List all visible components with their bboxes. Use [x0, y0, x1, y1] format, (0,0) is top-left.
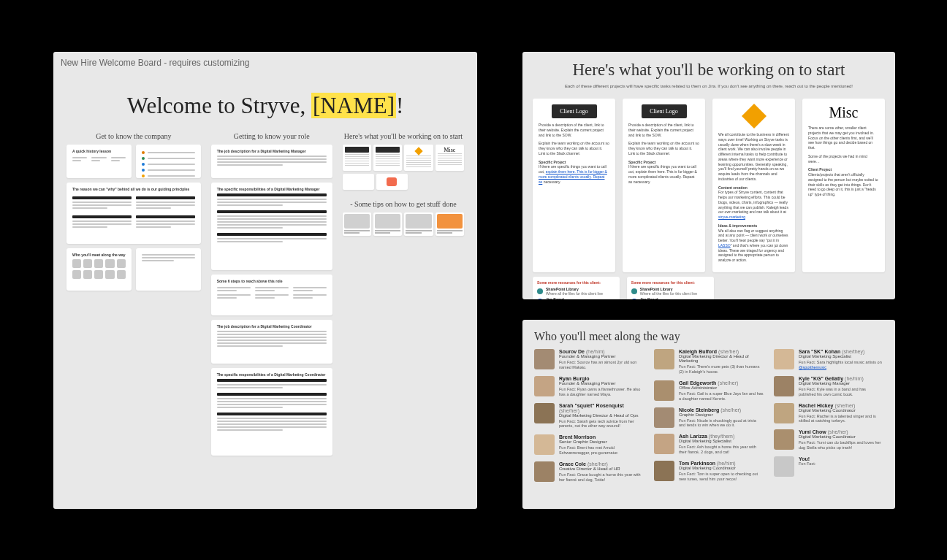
client-card-1[interactable]: Client Logo Provide a description of the… — [533, 99, 615, 272]
person-fact: Fun Fact: — [799, 461, 883, 467]
person-card[interactable]: You!Fun Fact: — [774, 456, 883, 477]
person-card[interactable]: Brent MorrisonSenior Graphic DesignerFun… — [534, 434, 644, 456]
avatar — [534, 461, 555, 482]
proj-thumb-misc[interactable]: Misc — [436, 145, 464, 171]
welcome-heading: Welcome to Stryve, [NAME]! — [53, 93, 477, 119]
person-title: Digital Marketing Manager — [799, 381, 883, 386]
tip-card-2[interactable] — [373, 212, 402, 236]
team-columns: Sourov De (he/him)Founder & Managing Par… — [522, 349, 895, 483]
proj-thumb-1[interactable] — [343, 145, 371, 171]
board-title: New Hire Welcome Board - requires custom… — [53, 52, 477, 74]
person-title: Digital Marketing Coordinator — [799, 408, 883, 413]
person-card[interactable]: Tom Parkinson (he/him)Digital Marketing … — [654, 461, 764, 482]
person-fact: Fun Fact: Gail is a super Blue Jays fan … — [679, 391, 764, 402]
working-on-panel[interactable]: Here's what you'll be working on to star… — [522, 52, 895, 299]
person-card[interactable]: Nicole Steinberg (she/her)Graphic Design… — [654, 407, 764, 429]
person-card[interactable]: Sarah "squiet" Rosenquist (she/her)Digit… — [534, 403, 644, 429]
team-heading: Who you'll meet along the way — [522, 320, 895, 349]
avatar — [534, 403, 555, 423]
person-name: Ryan Burgio — [559, 376, 644, 381]
avatar — [774, 376, 794, 396]
misc-card[interactable]: Misc There are some other, smaller clien… — [802, 99, 885, 272]
person-card[interactable]: Sara "SK" Kohan (she/they)Digital Market… — [774, 349, 883, 370]
person-name: Brent Morrison — [559, 434, 644, 440]
person-title: Founder & Managing Partner — [559, 381, 644, 386]
proj-thumb-2[interactable] — [373, 145, 402, 171]
avatar — [654, 434, 674, 454]
role-card-1[interactable]: The job description for a Digital Market… — [211, 145, 332, 178]
person-title: Digital Marketing Specialist — [679, 439, 764, 443]
stryve-p2: Content creationFor types of Stryve cont… — [718, 185, 789, 220]
c2-p1: Provide a description of the client, lin… — [628, 123, 699, 137]
jira-icon — [537, 299, 543, 299]
person-fact: Fun Fact: Sourov has an almost 2yr old s… — [559, 360, 644, 370]
role-card-3[interactable]: Some 6 steps to reach above this role — [211, 275, 332, 315]
proj-thumb-stryve[interactable] — [404, 145, 433, 171]
person-card[interactable]: Yumi Chow (she/her)Digital Marketing Coo… — [774, 429, 883, 450]
company-card-3a[interactable]: Who you'll meet along the way — [66, 248, 132, 291]
team-col-2: Kaleigh Bulford (she/her)Digital Marketi… — [654, 349, 764, 483]
person-card[interactable]: Rachel Hickey (she/her)Digital Marketing… — [774, 403, 883, 424]
person-fact: Fun Fact: Brent has met Arnold Schwarzen… — [559, 445, 644, 456]
person-card[interactable]: Ash Larizza (they/them)Digital Marketing… — [654, 434, 764, 455]
client-col-2: Client Logo Provide a description of the… — [623, 99, 705, 272]
team-panel[interactable]: Who you'll meet along the way Sourov De … — [522, 320, 895, 509]
tips-row — [343, 212, 464, 236]
client-card-2[interactable]: Client Logo Provide a description of the… — [623, 99, 705, 272]
working-column: Here's what you'll be working on to star… — [343, 132, 464, 460]
tip-card-4[interactable] — [436, 212, 464, 236]
role-card-5[interactable]: The specific responsibilities of a Digit… — [211, 368, 332, 456]
person-fact: Fun Fact: Sara highlights local music ar… — [799, 360, 883, 370]
avatar — [534, 376, 555, 396]
person-fact: Fun Fact: Tom is super open to checking … — [679, 472, 764, 482]
avatar — [774, 403, 794, 423]
person-fact: Fun Fact: Yumi can do backflips and love… — [799, 440, 883, 450]
person-name: Tom Parkinson (he/him) — [679, 461, 764, 466]
tip-card-3[interactable] — [404, 212, 433, 236]
company-card-2[interactable]: The reason we can "why" behind all we do… — [66, 183, 201, 244]
company-list-thumb[interactable] — [136, 145, 201, 178]
team-col-1: Sourov De (he/him)Founder & Managing Par… — [534, 349, 644, 483]
person-card[interactable]: Sourov De (he/him)Founder & Managing Par… — [534, 349, 644, 370]
person-name: Ash Larizza (they/them) — [679, 434, 764, 439]
company-card[interactable]: A quick history lesson — [66, 145, 132, 178]
welcome-board-panel[interactable]: New Hire Welcome Board - requires custom… — [53, 52, 477, 509]
working-section-title: Here's what you'll be working on to star… — [343, 132, 464, 140]
stryve-col: We all contribute to the business in dif… — [712, 99, 795, 272]
person-fact: Fun Fact: There's more pets (3) than hum… — [679, 364, 764, 375]
person-fact: Fun Fact: Kyle was in a band and has pub… — [799, 387, 883, 397]
person-card[interactable]: Kaleigh Bulford (she/her)Digital Marketi… — [654, 349, 764, 375]
person-fact: Fun Fact: Sarah gets tech advice from he… — [559, 419, 644, 429]
company-card-3b[interactable] — [136, 248, 201, 291]
person-title: Digital Marketing Coordinator — [799, 434, 883, 439]
c1-p1: Provide a description of the client, lin… — [539, 123, 609, 137]
person-fact: Fun Fact: Ryan owns a flamethrower. He a… — [559, 387, 644, 397]
person-card[interactable]: Grace Cole (she/her)Creative Director & … — [534, 461, 644, 483]
res-title-2: Some more resources for this client: — [631, 280, 710, 285]
resources-card-1[interactable]: Some more resources for this client: Sha… — [533, 277, 620, 299]
person-fact: Fun Fact: Grace bought a home this year … — [559, 472, 644, 483]
role-column: Getting to know your role The job descri… — [211, 132, 332, 460]
person-title: Creative Director & Head of HR — [559, 467, 644, 471]
person-name: Kyle "KG" Gellatly (he/him) — [799, 376, 883, 381]
tip-card-1[interactable] — [343, 212, 371, 236]
person-title: Digital Marketing Director & Head of Ops — [559, 413, 644, 418]
stryve-p3: Ideas & improvementsWe all also can flag… — [718, 223, 789, 263]
avatar — [534, 434, 555, 455]
person-card[interactable]: Gail Edgeworth (she/her)Office Administr… — [654, 380, 764, 402]
resources-card-2[interactable]: Some more resources for this client: Sha… — [627, 277, 714, 299]
person-card[interactable]: Kyle "KG" Gellatly (he/him)Digital Marke… — [774, 376, 883, 397]
person-card[interactable]: Ryan BurgioFounder & Managing PartnerFun… — [534, 376, 644, 397]
c2-p2: Explain the team working on the account … — [628, 141, 699, 156]
misc-p2: Some of the projects we had in mind were… — [808, 154, 879, 164]
comment-icon[interactable] — [387, 177, 397, 186]
welcome-prefix: Welcome to Stryve, — [127, 93, 311, 118]
proj-thumb-res-1[interactable] — [343, 174, 374, 190]
role-card-4[interactable]: The job description for a Digital Market… — [211, 320, 332, 364]
person-title: Office Administrator — [679, 386, 764, 390]
proj-thumb-res-2[interactable] — [376, 174, 408, 190]
stryve-card[interactable]: We all contribute to the business in dif… — [712, 99, 795, 272]
role-card-2[interactable]: The specific responsibilities of a Digit… — [211, 183, 332, 270]
person-title: Founder & Managing Partner — [559, 354, 644, 358]
avatar — [534, 349, 555, 369]
